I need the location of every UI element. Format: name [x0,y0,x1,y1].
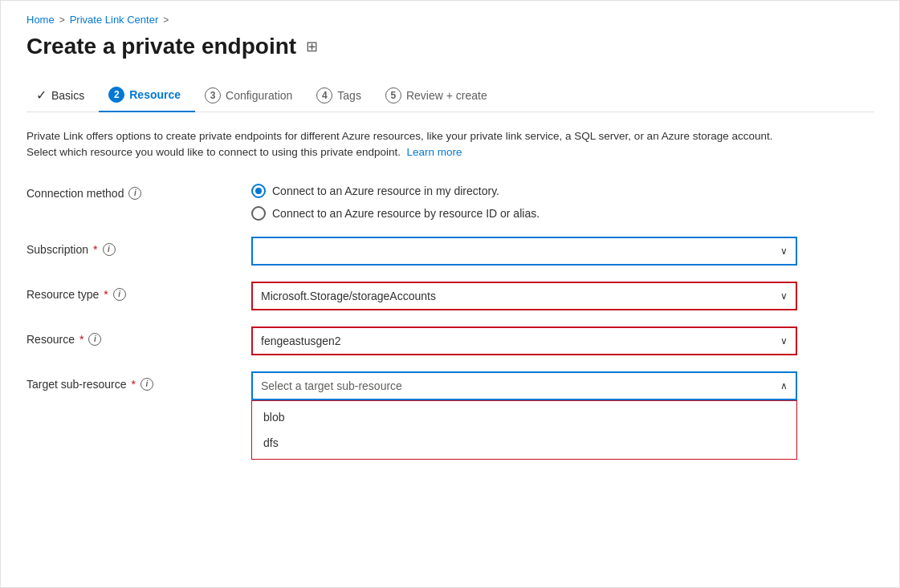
connection-method-row: Connection method i Connect to an Azure … [26,180,874,221]
page-title: Create a private endpoint [26,34,296,59]
subscription-label-col: Subscription * i [26,237,251,256]
radio-alias-label: Connect to an Azure resource by resource… [272,207,540,220]
subscription-row: Subscription * i ∨ [26,237,874,266]
tab-configuration-number: 3 [205,87,221,103]
tab-review-create[interactable]: 5 Review + create [376,79,502,112]
basics-check-icon: ✓ [36,87,47,103]
resource-type-value: Microsoft.Storage/storageAccounts [261,290,780,302]
resource-type-control: Microsoft.Storage/storageAccounts ∨ [251,282,797,310]
target-sub-option-blob[interactable]: blob [252,404,796,430]
resource-row: Resource * i fengeastusgen2 ∨ [26,326,874,355]
breadcrumb-sep2: > [163,14,169,26]
breadcrumb-private-link[interactable]: Private Link Center [70,14,159,26]
target-sub-label-col: Target sub-resource * i [26,371,251,391]
resource-type-info-icon[interactable]: i [113,288,126,301]
breadcrumb-sep1: > [59,14,65,26]
tab-configuration-label: Configuration [226,89,292,102]
target-sub-placeholder: Select a target sub-resource [261,379,780,392]
page-title-row: Create a private endpoint ⊞ [26,34,874,59]
resource-type-chevron-icon: ∨ [780,290,788,302]
tab-configuration[interactable]: 3 Configuration [195,79,307,112]
resource-label: Resource [26,333,75,346]
radio-alias-circle[interactable] [251,206,266,221]
connection-method-label: Connection method [26,187,124,200]
subscription-dropdown[interactable]: ∨ [251,237,797,266]
connection-method-options: Connect to an Azure resource in my direc… [251,180,797,221]
breadcrumb: Home > Private Link Center > [26,14,874,26]
resource-label-col: Resource * i [26,326,251,346]
resource-type-label-col: Resource type * i [26,282,251,301]
target-sub-option-dfs[interactable]: dfs [252,430,796,456]
connection-method-info-icon[interactable]: i [128,187,141,200]
breadcrumb-home[interactable]: Home [26,14,55,26]
subscription-chevron-icon: ∨ [780,245,788,257]
resource-info-icon[interactable]: i [88,333,101,346]
tab-tags-label: Tags [337,89,361,102]
resource-type-dropdown[interactable]: Microsoft.Storage/storageAccounts ∨ [251,282,797,310]
learn-more-link[interactable]: Learn more [407,146,462,158]
form-section: Connection method i Connect to an Azure … [26,180,874,460]
resource-type-row: Resource type * i Microsoft.Storage/stor… [26,282,874,310]
subscription-control: ∨ [251,237,797,266]
tab-basics[interactable]: ✓ Basics [26,79,99,111]
subscription-info-icon[interactable]: i [103,243,116,256]
tab-resource[interactable]: 2 Resource [99,79,195,112]
target-sub-control: Select a target sub-resource ∧ blob dfs [251,371,797,460]
target-sub-menu: blob dfs [251,400,797,460]
resource-dropdown[interactable]: fengeastusgen2 ∨ [251,326,797,355]
resource-type-label: Resource type [26,288,99,301]
radio-directory[interactable]: Connect to an Azure resource in my direc… [251,184,797,198]
description-body: Private Link offers options to create pr… [26,130,772,158]
resource-chevron-icon: ∨ [780,335,788,347]
target-sub-required: * [132,378,136,391]
tab-resource-number: 2 [108,87,124,103]
radio-directory-circle[interactable] [251,184,266,198]
target-sub-dropdown[interactable]: Select a target sub-resource ∧ [251,371,797,400]
target-sub-label: Target sub-resource [26,378,127,391]
target-sub-resource-row: Target sub-resource * i Select a target … [26,371,874,460]
tab-basics-label: Basics [51,89,84,102]
resource-type-required: * [104,288,108,301]
radio-alias[interactable]: Connect to an Azure resource by resource… [251,206,797,221]
tab-tags[interactable]: 4 Tags [307,79,376,112]
tab-review-number: 5 [385,87,401,103]
tab-bar: ✓ Basics 2 Resource 3 Configuration 4 Ta… [26,79,874,112]
main-container: Home > Private Link Center > Create a pr… [0,0,900,588]
description-text: Private Link offers options to create pr… [26,128,789,161]
resource-value: fengeastusgen2 [261,335,780,347]
tab-resource-label: Resource [129,88,181,101]
subscription-label: Subscription [26,243,88,256]
subscription-required: * [93,243,97,256]
target-sub-info-icon[interactable]: i [140,378,153,391]
resource-control: fengeastusgen2 ∨ [251,326,797,355]
pin-icon[interactable]: ⊞ [306,38,318,55]
tab-tags-number: 4 [316,87,332,103]
resource-required: * [79,333,83,346]
radio-directory-label: Connect to an Azure resource in my direc… [272,185,499,197]
tab-review-label: Review + create [406,89,487,102]
target-sub-chevron-icon: ∧ [780,380,788,391]
connection-method-label-col: Connection method i [26,180,251,200]
